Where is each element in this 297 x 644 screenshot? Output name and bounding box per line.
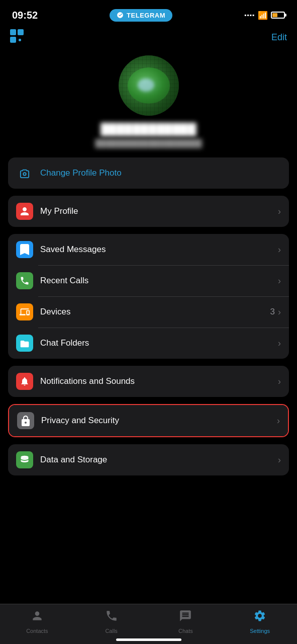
chat-folders-item[interactable]: Chat Folders ›	[8, 328, 289, 359]
lock-icon	[17, 412, 34, 429]
avatar-image	[119, 55, 179, 116]
phone-icon	[16, 272, 33, 289]
privacy-security-label: Privacy and Security	[41, 416, 277, 426]
nav-settings[interactable]: Settings	[223, 609, 297, 634]
nav-calls[interactable]: Calls	[74, 609, 149, 634]
svg-point-1	[21, 456, 29, 458]
my-profile-chevron: ›	[278, 206, 281, 217]
settings-nav-label: Settings	[250, 628, 270, 634]
recent-calls-label: Recent Calls	[40, 276, 278, 286]
nav-contacts[interactable]: Contacts	[0, 609, 74, 634]
top-actions: Edit	[0, 27, 297, 50]
saved-messages-label: Saved Messages	[40, 245, 278, 255]
saved-messages-item[interactable]: Saved Messages ›	[8, 234, 289, 265]
chat-folders-label: Chat Folders	[40, 338, 278, 348]
telegram-badge: TELEGRAM	[110, 9, 172, 22]
chat-folders-chevron: ›	[278, 338, 281, 349]
my-profile-label: My Profile	[40, 206, 278, 216]
profile-section: ████████████ ████████████████████	[0, 50, 297, 157]
notifications-item[interactable]: Notifications and Sounds ›	[8, 366, 289, 397]
signal-icon: ▪▪▪▪	[244, 12, 255, 19]
privacy-security-section: Privacy and Security ›	[8, 404, 289, 437]
data-storage-label: Data and Storage	[40, 455, 278, 465]
recent-calls-item[interactable]: Recent Calls ›	[8, 265, 289, 296]
devices-label: Devices	[40, 307, 270, 317]
storage-icon	[16, 451, 33, 468]
contacts-nav-icon	[31, 609, 44, 626]
change-photo-item[interactable]: Change Profile Photo	[8, 157, 289, 189]
app-name: TELEGRAM	[127, 12, 165, 19]
bookmark-icon	[16, 241, 33, 258]
folders-icon	[16, 335, 33, 352]
contacts-nav-label: Contacts	[26, 628, 48, 634]
user-handle: ████████████████████	[95, 139, 202, 147]
privacy-security-item[interactable]: Privacy and Security ›	[9, 405, 288, 436]
settings-section: Notifications and Sounds ›	[8, 366, 289, 397]
main-menu-section: Saved Messages › Recent Calls › Devices …	[8, 234, 289, 359]
username: ████████████	[101, 123, 196, 136]
status-time: 09:52	[12, 10, 38, 21]
devices-icon	[16, 303, 33, 320]
home-indicator	[116, 638, 181, 641]
recent-calls-chevron: ›	[278, 276, 281, 286]
nav-chats[interactable]: Chats	[149, 609, 223, 634]
bottom-nav: Contacts Calls Chats Settings	[0, 604, 297, 644]
change-photo-label: Change Profile Photo	[40, 168, 122, 178]
edit-button[interactable]: Edit	[271, 32, 287, 43]
bell-icon	[16, 373, 33, 390]
battery-icon	[271, 12, 285, 19]
chats-nav-label: Chats	[178, 628, 193, 634]
privacy-security-chevron: ›	[277, 416, 280, 426]
qr-icon[interactable]	[10, 29, 26, 45]
calls-nav-icon	[105, 609, 118, 626]
camera-icon	[16, 165, 33, 182]
my-profile-item[interactable]: My Profile ›	[8, 196, 289, 227]
profile-icon	[16, 203, 33, 220]
data-storage-section: Data and Storage ›	[8, 444, 289, 475]
calls-nav-label: Calls	[105, 628, 117, 634]
chats-nav-icon	[179, 609, 192, 626]
data-storage-chevron: ›	[278, 455, 281, 465]
avatar	[119, 55, 179, 116]
change-photo-section: Change Profile Photo	[8, 157, 289, 189]
data-storage-item[interactable]: Data and Storage ›	[8, 444, 289, 475]
wifi-icon: 📶	[258, 11, 268, 20]
status-bar: 09:52 TELEGRAM ▪▪▪▪ 📶	[0, 0, 297, 27]
devices-badge: 3	[270, 307, 275, 317]
my-profile-section: My Profile ›	[8, 196, 289, 227]
devices-item[interactable]: Devices 3 ›	[8, 296, 289, 328]
notifications-label: Notifications and Sounds	[40, 376, 278, 386]
devices-chevron: ›	[278, 307, 281, 317]
svg-rect-0	[21, 344, 29, 345]
status-icons: ▪▪▪▪ 📶	[244, 11, 285, 20]
settings-nav-icon	[253, 609, 266, 626]
notifications-chevron: ›	[278, 376, 281, 387]
saved-messages-chevron: ›	[278, 245, 281, 255]
